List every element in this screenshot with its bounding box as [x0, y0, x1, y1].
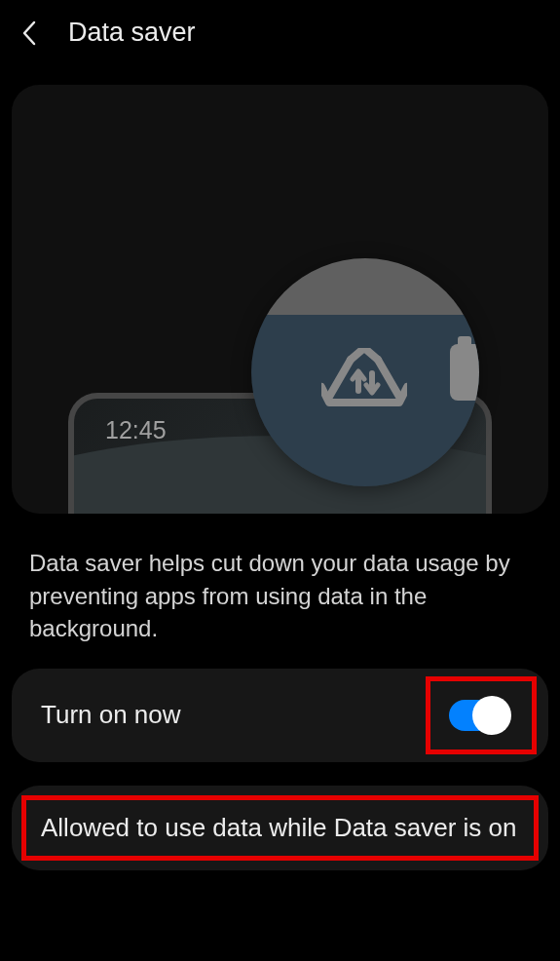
back-icon[interactable]	[19, 19, 39, 48]
data-saver-icon	[321, 348, 407, 422]
allowed-apps-row[interactable]: Allowed to use data while Data saver is …	[12, 786, 548, 870]
toggle-highlight-box	[429, 694, 519, 737]
allowed-apps-label: Allowed to use data while Data saver is …	[41, 811, 519, 845]
svg-line-2	[329, 360, 351, 397]
illustration-card: 12:45	[12, 85, 548, 514]
header: Data saver	[0, 0, 560, 65]
toggle-knob	[472, 696, 511, 735]
data-saver-toggle[interactable]	[449, 700, 509, 731]
svg-line-0	[378, 360, 399, 397]
turn-on-now-row[interactable]: Turn on now	[12, 669, 548, 762]
magnifier-circle	[251, 258, 479, 486]
turn-on-now-label: Turn on now	[41, 700, 181, 730]
page-title: Data saver	[68, 18, 196, 48]
phone-time-label: 12:45	[105, 416, 167, 444]
description-text: Data saver helps cut down your data usag…	[0, 533, 560, 669]
battery-icon	[450, 344, 479, 401]
